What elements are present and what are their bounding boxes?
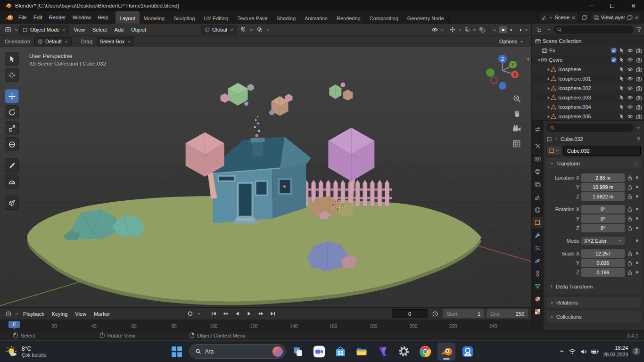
expand-triangle-icon[interactable]	[546, 86, 551, 90]
location-y-field[interactable]: 10.989 m	[581, 183, 625, 191]
mode-dropdown[interactable]: Object Mode	[19, 25, 69, 34]
menu-select[interactable]: Select	[89, 27, 110, 33]
hide-eye-icon[interactable]	[627, 105, 633, 109]
render-camera-icon[interactable]	[636, 86, 642, 91]
new-viewlayer-icon[interactable]	[627, 15, 633, 20]
animate-dot[interactable]	[636, 239, 638, 242]
add-cube-tool[interactable]	[5, 196, 19, 210]
tab-render[interactable]	[532, 154, 543, 164]
outliner-row-icosphere[interactable]: Icosphere	[532, 65, 644, 74]
snap-magnet-toggle[interactable]	[238, 25, 248, 34]
timeline-ruler[interactable]: 2040 6080 100120 140160 180200 220240 0	[0, 320, 531, 330]
shading-solid-button[interactable]: ●	[499, 26, 507, 33]
lock-icon[interactable]	[627, 184, 633, 190]
minimize-button[interactable]	[580, 0, 602, 11]
scene-selector[interactable]: Scene	[538, 13, 578, 22]
delta-transform-section[interactable]: Delta Transform	[549, 280, 638, 290]
tab-constraints[interactable]	[532, 268, 543, 279]
animate-dot[interactable]	[636, 176, 638, 179]
proportional-chevron-icon[interactable]	[266, 28, 270, 32]
preview-range-clock-button[interactable]	[430, 309, 440, 318]
workspace-tab-shading[interactable]: Shading	[272, 11, 300, 24]
blender-taskbar-button[interactable]	[438, 343, 455, 361]
taskbar-search[interactable]: Ara	[189, 344, 286, 359]
lock-icon[interactable]	[627, 206, 633, 212]
hide-eye-icon[interactable]	[627, 76, 633, 81]
selectable-icon[interactable]	[619, 104, 624, 110]
store-button[interactable]	[331, 343, 349, 361]
render-camera-icon[interactable]	[636, 105, 642, 110]
menu-render[interactable]: Render	[46, 11, 69, 24]
viewlayer-selector[interactable]: ViewLayer	[591, 13, 642, 22]
gizmos-chevron-icon[interactable]	[458, 28, 462, 32]
hide-eye-icon[interactable]	[627, 114, 633, 119]
shading-wireframe-button[interactable]: ○	[490, 26, 499, 33]
render-camera-icon[interactable]	[636, 58, 642, 63]
collection-checkbox[interactable]	[611, 48, 617, 53]
outliner-row-icosphere-002[interactable]: Icosphere.002	[532, 83, 644, 93]
tab-world[interactable]	[532, 205, 543, 215]
move-tool[interactable]	[5, 89, 19, 103]
tab-physics[interactable]	[532, 255, 543, 266]
render-camera-icon[interactable]	[636, 76, 642, 82]
blender-logo-icon[interactable]	[4, 14, 14, 21]
lock-icon[interactable]	[627, 194, 633, 199]
hide-eye-icon[interactable]	[627, 48, 633, 53]
photos-button[interactable]	[459, 343, 477, 361]
navigation-gizmo[interactable]: Z Y X	[483, 53, 522, 92]
shading-material-button[interactable]: ◐	[507, 26, 516, 33]
outliner-editor-type-button[interactable]	[534, 25, 545, 34]
app-icon-purple-button[interactable]	[374, 343, 392, 361]
tab-object-data[interactable]	[532, 281, 543, 291]
floating-rocks-mid[interactable]	[269, 94, 292, 116]
outliner-row-icosphere-005[interactable]: Icosphere.005	[532, 112, 644, 120]
lock-icon[interactable]	[627, 270, 633, 275]
weather-widget[interactable]: 8°C Çok bulutlu	[5, 345, 47, 358]
scene-unlink-icon[interactable]	[571, 16, 576, 20]
tab-material[interactable]	[532, 294, 543, 304]
lock-icon[interactable]	[627, 260, 633, 266]
expand-triangle-icon[interactable]	[546, 67, 551, 72]
volume-icon[interactable]	[580, 349, 587, 354]
orientation-default-dropdown[interactable]: Default	[34, 37, 72, 46]
transform-panel-header[interactable]: Transform ≡	[546, 158, 641, 169]
overlays-toggle[interactable]	[462, 25, 472, 34]
workspace-tab-sculpting[interactable]: Sculpting	[169, 11, 199, 24]
menu-view[interactable]: View	[70, 27, 88, 33]
tab-tool[interactable]	[532, 141, 543, 151]
id-type-selector[interactable]	[546, 146, 561, 156]
end-frame-field[interactable]: End 250	[487, 309, 528, 318]
tab-output[interactable]	[532, 166, 543, 177]
animate-dot[interactable]	[636, 262, 638, 264]
scale-z-field[interactable]: 0.196	[581, 268, 625, 277]
hide-eye-icon[interactable]	[627, 58, 633, 62]
properties-search-input[interactable]	[546, 123, 634, 132]
xray-toggle[interactable]	[477, 25, 487, 34]
menu-edit[interactable]: Edit	[30, 11, 46, 24]
animate-dot[interactable]	[636, 195, 638, 197]
tab-texture[interactable]	[532, 306, 543, 317]
measure-tool[interactable]	[5, 174, 19, 189]
select-box-tool[interactable]	[5, 52, 19, 66]
selectable-icon[interactable]	[619, 66, 624, 72]
selectable-icon[interactable]	[619, 85, 624, 91]
tab-object[interactable]	[532, 217, 543, 228]
snap-chevron-icon[interactable]	[249, 28, 254, 32]
new-scene-button[interactable]	[580, 15, 589, 20]
outliner-row-icosphere-003[interactable]: Icosphere.003	[532, 93, 644, 102]
expand-triangle-icon[interactable]	[546, 115, 551, 119]
sidebar-collapse-arrow[interactable]	[526, 57, 531, 62]
maximize-button[interactable]	[602, 0, 623, 11]
menu-file[interactable]: File	[15, 11, 30, 24]
chrome-button[interactable]	[416, 343, 434, 361]
titlebar[interactable]: Blender* [C:\Users\bayra\Desktop\Blender…	[0, 0, 644, 11]
animate-dot[interactable]	[636, 252, 638, 255]
selectable-icon[interactable]	[619, 48, 624, 53]
animate-dot[interactable]	[636, 186, 638, 188]
tab-modifiers[interactable]	[532, 230, 543, 240]
rotation-mode-select[interactable]: XYZ Euler	[581, 237, 625, 245]
teams-chat-button[interactable]	[310, 343, 328, 361]
play-button[interactable]	[244, 310, 254, 318]
expand-triangle-icon[interactable]	[546, 105, 551, 109]
scale-x-field[interactable]: 12.257	[581, 249, 625, 258]
